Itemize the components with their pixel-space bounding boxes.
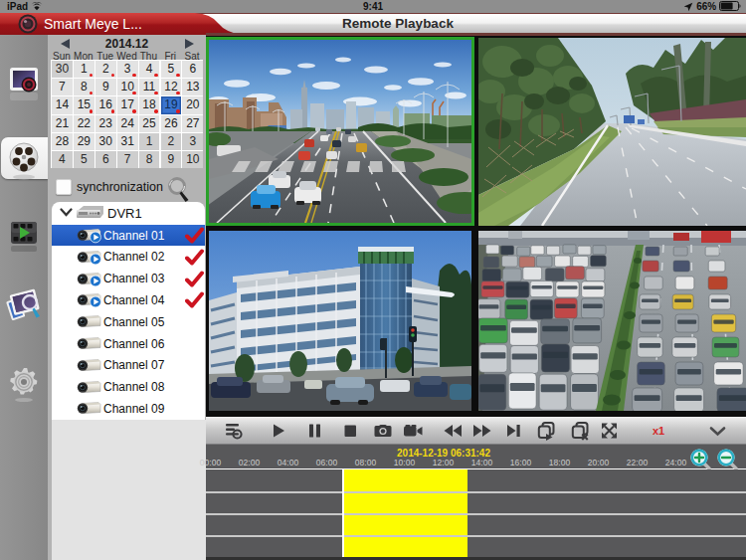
svg-text:x1: x1 — [653, 425, 664, 437]
svg-text:Smart Meye L...: Smart Meye L... — [44, 16, 142, 32]
